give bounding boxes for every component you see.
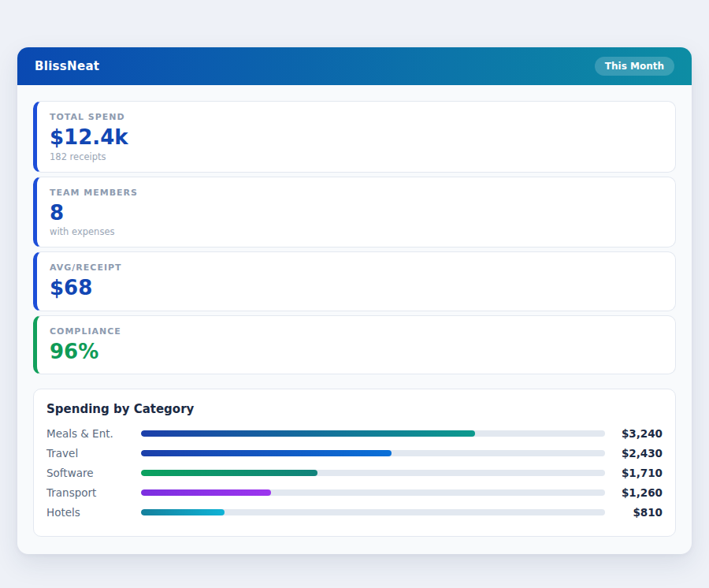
stat-label: TEAM MEMBERS [50, 188, 663, 198]
category-value: $1,260 [612, 486, 663, 499]
stat-card: AVG/RECEIPT$68 [33, 251, 676, 311]
stat-subtext: 182 receipts [50, 151, 663, 162]
period-badge[interactable]: This Month [595, 57, 674, 76]
category-row: Meals & Ent.$3,240 [46, 423, 663, 443]
bar-fill [141, 470, 317, 476]
bar-fill [141, 509, 225, 515]
bar-fill [141, 489, 271, 496]
main-content: TOTAL SPEND$12.4k182 receiptsTEAM MEMBER… [17, 85, 692, 554]
stat-value: $68 [50, 275, 663, 301]
app-panel: BlissNeat This Month TOTAL SPEND$12.4k18… [17, 47, 692, 554]
category-label: Software [46, 467, 141, 479]
spending-chart-card: Spending by Category Meals & Ent.$3,240T… [33, 389, 676, 537]
bar-fill [141, 450, 392, 456]
category-label: Hotels [46, 506, 141, 519]
stat-label: COMPLIANCE [50, 326, 663, 337]
bar-track [141, 509, 605, 515]
category-value: $2,430 [612, 447, 663, 460]
stat-label: TOTAL SPEND [50, 112, 663, 122]
category-rows: Meals & Ent.$3,240Travel$2,430Software$1… [46, 423, 663, 522]
bar-track [141, 489, 605, 496]
category-value: $810 [612, 506, 663, 519]
bar-fill [141, 430, 475, 437]
category-value: $3,240 [612, 427, 663, 440]
stat-value: 96% [50, 339, 663, 365]
category-row: Hotels$810 [46, 502, 663, 522]
stat-subtext: with expenses [50, 226, 663, 237]
category-label: Travel [46, 447, 141, 460]
stat-card: TOTAL SPEND$12.4k182 receipts [33, 101, 676, 173]
stat-label: AVG/RECEIPT [50, 262, 663, 273]
category-value: $1,710 [612, 467, 663, 479]
app-header: BlissNeat This Month [17, 47, 692, 85]
stat-value: $12.4k [50, 125, 663, 151]
chart-title: Spending by Category [46, 402, 663, 416]
app-title: BlissNeat [35, 59, 99, 73]
category-row: Travel$2,430 [46, 443, 663, 463]
stat-card-list: TOTAL SPEND$12.4k182 receiptsTEAM MEMBER… [33, 101, 676, 374]
category-label: Meals & Ent. [46, 427, 141, 440]
stat-card: COMPLIANCE96% [33, 315, 676, 375]
category-row: Software$1,710 [46, 463, 663, 482]
stat-value: 8 [50, 200, 663, 226]
category-row: Transport$1,260 [46, 482, 663, 502]
bar-track [141, 450, 605, 456]
stat-card: TEAM MEMBERS8with expenses [33, 177, 676, 248]
bar-track [141, 430, 605, 437]
category-label: Transport [46, 486, 141, 499]
bar-track [141, 470, 605, 476]
